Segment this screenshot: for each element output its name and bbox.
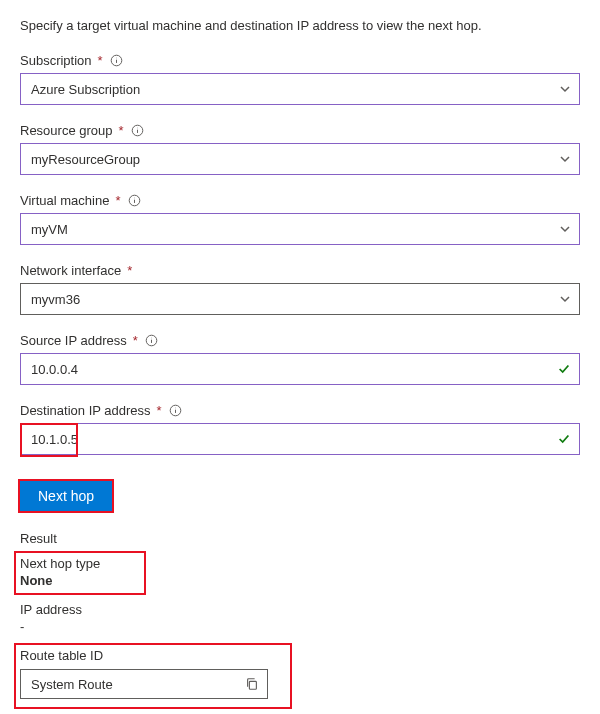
resource-group-label: Resource group *	[20, 123, 580, 138]
destination-ip-field: Destination IP address * 10.1.0.5	[20, 403, 580, 455]
next-hop-type-value: None	[20, 573, 580, 588]
subscription-label: Subscription *	[20, 53, 580, 68]
required-asterisk: *	[157, 403, 162, 418]
destination-ip-label: Destination IP address *	[20, 403, 580, 418]
info-icon[interactable]	[169, 404, 183, 418]
source-ip-label-text: Source IP address	[20, 333, 127, 348]
required-asterisk: *	[127, 263, 132, 278]
resource-group-field: Resource group * myResourceGroup	[20, 123, 580, 175]
info-icon[interactable]	[110, 54, 124, 68]
next-hop-button[interactable]: Next hop	[20, 481, 112, 511]
next-hop-button-wrap: Next hop	[20, 481, 112, 511]
ip-address-block: IP address -	[20, 602, 580, 634]
subscription-label-text: Subscription	[20, 53, 92, 68]
route-table-value: System Route	[31, 677, 113, 692]
route-table-input[interactable]: System Route	[20, 669, 268, 699]
next-hop-type-block: Next hop type None	[20, 556, 580, 588]
virtual-machine-dropdown[interactable]: myVM	[20, 213, 580, 245]
virtual-machine-field: Virtual machine * myVM	[20, 193, 580, 245]
svg-point-8	[134, 197, 135, 198]
route-table-label: Route table ID	[20, 648, 580, 663]
resource-group-value: myResourceGroup	[31, 152, 140, 167]
svg-rect-15	[249, 681, 256, 689]
source-ip-label: Source IP address *	[20, 333, 580, 348]
result-heading: Result	[20, 531, 580, 546]
network-interface-dropdown[interactable]: myvm36	[20, 283, 580, 315]
info-icon[interactable]	[145, 334, 159, 348]
resource-group-dropdown[interactable]: myResourceGroup	[20, 143, 580, 175]
destination-ip-label-text: Destination IP address	[20, 403, 151, 418]
network-interface-label: Network interface *	[20, 263, 580, 278]
resource-group-label-text: Resource group	[20, 123, 113, 138]
source-ip-input[interactable]: 10.0.0.4	[20, 353, 580, 385]
svg-point-14	[175, 407, 176, 408]
network-interface-label-text: Network interface	[20, 263, 121, 278]
next-hop-type-label: Next hop type	[20, 556, 580, 571]
source-ip-value: 10.0.0.4	[31, 362, 78, 377]
checkmark-icon	[557, 432, 571, 446]
required-asterisk: *	[119, 123, 124, 138]
virtual-machine-value: myVM	[31, 222, 68, 237]
svg-point-5	[137, 127, 138, 128]
info-icon[interactable]	[131, 124, 145, 138]
subscription-dropdown[interactable]: Azure Subscription	[20, 73, 580, 105]
required-asterisk: *	[98, 53, 103, 68]
chevron-down-icon	[559, 153, 571, 165]
subscription-value: Azure Subscription	[31, 82, 140, 97]
network-interface-field: Network interface * myvm36	[20, 263, 580, 315]
chevron-down-icon	[559, 293, 571, 305]
network-interface-value: myvm36	[31, 292, 80, 307]
virtual-machine-label-text: Virtual machine	[20, 193, 109, 208]
destination-ip-value: 10.1.0.5	[31, 432, 78, 447]
copy-icon[interactable]	[245, 677, 259, 691]
required-asterisk: *	[133, 333, 138, 348]
subscription-field: Subscription * Azure Subscription	[20, 53, 580, 105]
required-asterisk: *	[115, 193, 120, 208]
virtual-machine-label: Virtual machine *	[20, 193, 580, 208]
route-table-block: Route table ID System Route	[20, 648, 580, 705]
destination-ip-input[interactable]: 10.1.0.5	[20, 423, 580, 455]
page-instruction: Specify a target virtual machine and des…	[20, 18, 580, 33]
svg-point-2	[116, 57, 117, 58]
chevron-down-icon	[559, 223, 571, 235]
ip-address-label: IP address	[20, 602, 580, 617]
info-icon[interactable]	[127, 194, 141, 208]
source-ip-field: Source IP address * 10.0.0.4	[20, 333, 580, 385]
svg-point-11	[151, 337, 152, 338]
ip-address-value: -	[20, 619, 580, 634]
checkmark-icon	[557, 362, 571, 376]
chevron-down-icon	[559, 83, 571, 95]
